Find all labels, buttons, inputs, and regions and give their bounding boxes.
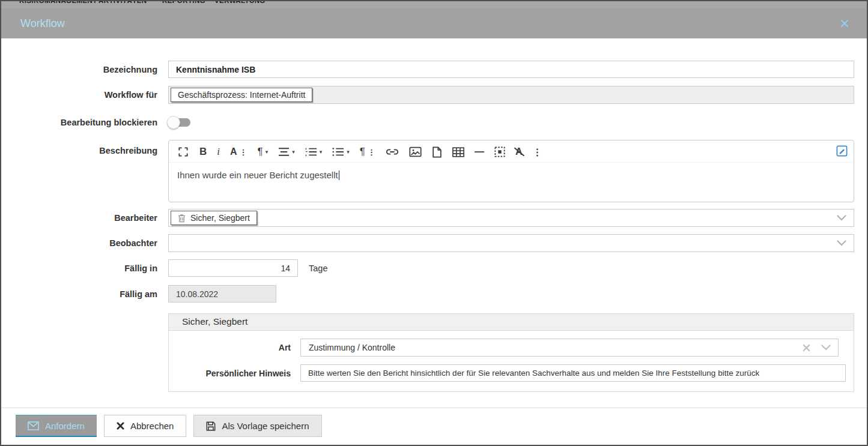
faellig-in-input[interactable] — [168, 259, 298, 277]
trash-icon[interactable] — [178, 214, 186, 223]
recipient-panel-title: Sicher, Siegbert — [169, 314, 854, 331]
ordered-list-icon[interactable]: ▾ — [305, 147, 323, 157]
more-options-icon[interactable]: ⋮ — [533, 146, 542, 158]
hinweis-input[interactable] — [300, 364, 846, 382]
font-settings-icon[interactable]: A⋮ — [230, 146, 247, 157]
row-art: Art Zustimmung / Kontrolle — [169, 339, 854, 357]
art-label: Art — [169, 343, 291, 352]
bearbeiter-tag-label: Sicher, Siegbert — [190, 213, 250, 223]
horizontal-line-icon[interactable]: — — [475, 146, 484, 157]
save-floppy-icon — [206, 421, 216, 431]
insert-link-icon[interactable] — [386, 146, 399, 157]
workflow-fuer-tag-label: Geschäftsprozess: Internet-Auftritt — [178, 90, 305, 100]
beschreibung-label: Beschreibung — [1, 140, 157, 155]
chevron-down-icon[interactable] — [837, 215, 846, 221]
bearbeiter-label: Bearbeiter — [1, 213, 157, 223]
row-recipient-panel: Sicher, Siegbert Art Zustimmung / Kontro… — [1, 313, 867, 392]
bezeichnung-input[interactable] — [168, 61, 854, 78]
nav-item-risikomanagement: RISIKOMANAGEMENT — [19, 1, 97, 4]
art-select[interactable]: Zustimmung / Kontrolle — [300, 339, 839, 357]
toggle-knob — [167, 116, 180, 129]
bold-icon[interactable]: B — [199, 146, 207, 158]
edit-note-icon[interactable] — [836, 145, 848, 159]
faellig-am-input — [168, 285, 276, 303]
bearbeitung-blockieren-label: Bearbeitung blockieren — [1, 118, 157, 127]
bearbeitung-blockieren-toggle[interactable] — [168, 118, 190, 127]
modal-title: Workflow — [20, 17, 65, 30]
faellig-am-label: Fällig am — [1, 289, 157, 299]
unordered-list-icon[interactable]: ▾ — [332, 147, 350, 157]
bearbeiter-tag[interactable]: Sicher, Siegbert — [171, 211, 257, 225]
editor-toolbar: B i A⋮ ¶▾ ▾ ▾ — [169, 140, 854, 163]
workflow-fuer-field: Geschäftsprozess: Internet-Auftritt — [168, 86, 854, 104]
clear-formatting-icon[interactable]: A — [515, 146, 523, 157]
row-beobachter: Beobachter — [1, 234, 867, 252]
footer-actions: Anfordern Abbrechen Als Vorlage speicher… — [1, 408, 867, 437]
row-persoenlicher-hinweis: Persönlicher Hinweis — [169, 364, 854, 382]
richtext-editor: B i A⋮ ¶▾ ▾ ▾ — [168, 140, 854, 202]
row-beschreibung: Beschreibung B i A⋮ ¶▾ — [1, 140, 867, 202]
chevron-down-icon[interactable] — [821, 345, 831, 351]
modal-header: Workflow — [1, 8, 867, 38]
row-faellig-in: Fällig in Tage — [1, 259, 867, 277]
vorlage-speichern-button[interactable]: Als Vorlage speichern — [193, 415, 321, 437]
paragraph-style-icon[interactable]: ¶⋮ — [360, 146, 375, 158]
faellig-in-label: Fällig in — [1, 264, 157, 273]
app-window: RISIKOMANAGEMENT AKTIVITÄTEN REPORTING V… — [0, 0, 868, 446]
workflow-form: Bezeichnung Workflow für Geschäftsprozes… — [1, 38, 867, 437]
row-bearbeiter: Bearbeiter Sicher, Siegbert — [1, 209, 867, 227]
abbrechen-button[interactable]: Abbrechen — [104, 415, 187, 437]
nav-item-reporting: REPORTING — [162, 1, 205, 4]
paragraph-format-icon[interactable]: ¶▾ — [258, 146, 269, 158]
beschreibung-textarea[interactable]: Ihnen wurde ein neuer Bericht zugestellt — [169, 163, 854, 187]
nav-item-aktivitaeten: AKTIVITÄTEN — [99, 1, 147, 4]
row-workflow-fuer: Workflow für Geschäftsprozess: Internet-… — [1, 86, 867, 104]
background-navbar: RISIKOMANAGEMENT AKTIVITÄTEN REPORTING V… — [1, 1, 867, 8]
faellig-in-unit: Tage — [309, 264, 327, 273]
insert-image-icon[interactable] — [409, 146, 422, 157]
insert-table-icon[interactable] — [452, 147, 464, 157]
row-faellig-am: Fällig am — [1, 285, 867, 303]
clear-icon[interactable] — [803, 344, 810, 352]
beobachter-select[interactable] — [168, 234, 854, 252]
insert-file-icon[interactable] — [432, 146, 442, 158]
cancel-x-icon — [117, 422, 124, 430]
close-icon[interactable] — [840, 19, 849, 28]
art-value: Zustimmung / Kontrolle — [303, 343, 395, 352]
row-bearbeitung-blockieren: Bearbeitung blockieren — [1, 115, 867, 130]
workflow-fuer-label: Workflow für — [1, 90, 157, 100]
envelope-icon — [28, 421, 39, 430]
beschreibung-text: Ihnen wurde ein neuer Bericht zugestellt — [177, 170, 338, 180]
anfordern-button[interactable]: Anfordern — [16, 415, 97, 437]
italic-icon[interactable]: i — [217, 146, 220, 158]
row-bezeichnung: Bezeichnung — [1, 61, 867, 78]
recipient-panel: Sicher, Siegbert Art Zustimmung / Kontro… — [168, 313, 854, 392]
hinweis-label: Persönlicher Hinweis — [169, 369, 291, 378]
bezeichnung-label: Bezeichnung — [1, 65, 157, 74]
fullscreen-icon[interactable] — [177, 146, 189, 158]
workflow-fuer-tag[interactable]: Geschäftsprozess: Internet-Auftritt — [171, 88, 312, 102]
alignment-icon[interactable]: ▾ — [278, 147, 295, 157]
text-cursor — [339, 170, 339, 180]
special-container-icon[interactable] — [494, 146, 505, 157]
chevron-down-icon[interactable] — [837, 240, 846, 246]
beobachter-label: Beobachter — [1, 238, 157, 248]
bearbeiter-select[interactable]: Sicher, Siegbert — [168, 209, 854, 227]
nav-item-verwaltung: VERWALTUNG — [214, 1, 266, 4]
